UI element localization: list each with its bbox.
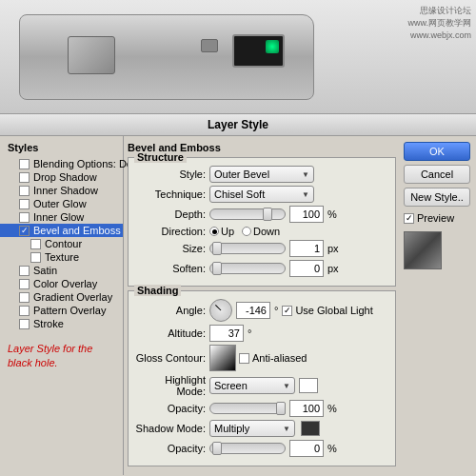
structure-section: Structure Style: Outer Bevel ▼ Technique… — [128, 157, 396, 287]
size-slider[interactable] — [209, 243, 286, 254]
camera-lens — [68, 36, 115, 74]
highlight-label: Highlight Mode: — [134, 374, 206, 397]
cancel-button[interactable]: Cancel — [404, 165, 470, 184]
soften-slider[interactable] — [209, 263, 286, 274]
checkbox-outer-glow[interactable] — [19, 199, 30, 209]
style-item-inner-glow[interactable]: Inner Glow — [0, 210, 123, 224]
style-item-inner-shadow[interactable]: Inner Shadow — [0, 184, 123, 197]
opacity1-thumb[interactable] — [276, 402, 286, 415]
style-item-stroke[interactable]: Stroke — [0, 317, 123, 330]
opacity1-label: Opacity: — [134, 403, 206, 414]
action-buttons: OK Cancel New Style.. Preview — [400, 136, 476, 475]
altitude-row: Altitude: ° — [134, 325, 389, 342]
highlight-dropdown-arrow: ▼ — [283, 382, 290, 390]
opacity1-slider-container: % — [209, 400, 337, 417]
checkbox-inner-glow[interactable] — [19, 212, 30, 223]
technique-dropdown-arrow: ▼ — [302, 190, 309, 199]
style-item-texture[interactable]: Texture — [0, 250, 123, 264]
opacity1-slider[interactable] — [209, 403, 286, 414]
depth-row: Depth: % — [134, 206, 389, 223]
highlight-mode-row: Highlight Mode: Screen ▼ — [134, 374, 389, 397]
opacity1-input[interactable] — [289, 400, 324, 417]
checkbox-blending[interactable] — [19, 159, 30, 169]
style-dropdown[interactable]: Outer Bevel ▼ — [209, 166, 314, 183]
soften-input[interactable] — [289, 260, 324, 277]
style-item-satin[interactable]: Satin — [0, 264, 123, 277]
styles-panel-title: Styles — [0, 140, 123, 157]
highlight-color-swatch[interactable] — [299, 378, 318, 393]
contour-preview[interactable] — [209, 345, 236, 371]
style-label: Style: — [134, 169, 206, 180]
watermark-top: 思缘设计论坛 www.网页教学网 www.webjx.com — [407, 5, 471, 42]
soften-label: Soften: — [134, 263, 206, 274]
camera-flash — [201, 39, 218, 52]
opacity2-row: Opacity: % — [134, 440, 389, 457]
soften-thumb[interactable] — [212, 262, 222, 275]
structure-title: Structure — [134, 151, 187, 163]
checkbox-gradient-overlay[interactable] — [19, 292, 30, 303]
angle-unit: ° — [274, 305, 278, 316]
style-item-color-overlay[interactable]: Color Overlay — [0, 277, 123, 290]
opacity2-input[interactable] — [289, 440, 324, 457]
checkbox-drop-shadow[interactable] — [19, 172, 30, 183]
size-label: Size: — [134, 243, 206, 254]
ok-button[interactable]: OK — [404, 142, 470, 161]
direction-up[interactable]: Up — [209, 226, 234, 237]
soften-unit: px — [327, 263, 339, 274]
shadow-dropdown[interactable]: Multiply ▼ — [209, 420, 295, 437]
direction-row: Direction: Up Down — [134, 226, 389, 237]
radio-up[interactable] — [209, 227, 219, 236]
style-row: Style: Outer Bevel ▼ — [134, 166, 389, 183]
size-thumb[interactable] — [212, 242, 222, 255]
angle-dial[interactable] — [209, 299, 232, 322]
depth-input[interactable] — [289, 206, 324, 223]
direction-radio-group: Up Down — [209, 226, 280, 237]
technique-dropdown[interactable]: Chisel Soft ▼ — [209, 186, 314, 203]
soften-slider-container: px — [209, 260, 339, 277]
style-item-pattern-overlay[interactable]: Pattern Overlay — [0, 304, 123, 317]
camera-viewfinder — [232, 34, 285, 68]
checkbox-stroke[interactable] — [19, 319, 30, 329]
opacity2-thumb[interactable] — [212, 442, 222, 455]
style-item-blending[interactable]: Blending Options: Default — [0, 157, 123, 170]
new-style-button[interactable]: New Style.. — [404, 188, 470, 207]
checkbox-pattern-overlay[interactable] — [19, 306, 30, 316]
shadow-color-swatch[interactable] — [301, 421, 320, 436]
radio-down[interactable] — [242, 227, 251, 236]
size-input[interactable] — [289, 240, 324, 257]
depth-thumb[interactable] — [263, 208, 272, 221]
preview-check[interactable]: Preview — [404, 212, 472, 224]
depth-slider-container: % — [209, 206, 337, 223]
style-dropdown-arrow: ▼ — [302, 170, 309, 179]
checkbox-bevel-emboss[interactable] — [19, 226, 30, 236]
depth-slider[interactable] — [209, 208, 286, 220]
dialog-title: Layer Style — [0, 114, 476, 136]
angle-row: Angle: ° Use Global Light — [134, 299, 389, 322]
use-global-light-item[interactable]: Use Global Light — [282, 305, 372, 316]
size-unit: px — [327, 243, 339, 254]
preview-checkbox[interactable] — [404, 213, 414, 224]
style-item-outer-glow[interactable]: Outer Glow — [0, 197, 123, 210]
style-item-drop-shadow[interactable]: Drop Shadow — [0, 170, 123, 184]
opacity1-unit: % — [327, 403, 337, 414]
altitude-input[interactable] — [209, 325, 244, 342]
highlight-dropdown[interactable]: Screen ▼ — [209, 377, 295, 394]
shadow-mode-row: Shadow Mode: Multiply ▼ — [134, 420, 389, 437]
style-item-contour[interactable]: Contour — [0, 237, 123, 250]
checkbox-satin[interactable] — [19, 266, 30, 276]
soften-row: Soften: px — [134, 260, 389, 277]
opacity2-slider[interactable] — [209, 443, 286, 454]
direction-down[interactable]: Down — [242, 226, 280, 237]
checkbox-color-overlay[interactable] — [19, 279, 30, 289]
layer-style-dialog: Layer Style Styles Blending Options: Def… — [0, 114, 476, 476]
opacity2-slider-container: % — [209, 440, 337, 457]
use-global-light-cb[interactable] — [282, 306, 292, 316]
checkbox-texture[interactable] — [30, 252, 41, 263]
checkbox-inner-shadow[interactable] — [19, 186, 30, 196]
angle-input[interactable] — [236, 302, 270, 319]
style-item-bevel-emboss[interactable]: Bevel and Emboss — [0, 224, 123, 237]
main-content: Bevel and Emboss Structure Style: Outer … — [124, 136, 400, 475]
style-item-gradient-overlay[interactable]: Gradient Overlay — [0, 290, 123, 304]
checkbox-contour[interactable] — [30, 239, 41, 249]
anti-alias-cb[interactable] — [239, 353, 249, 364]
